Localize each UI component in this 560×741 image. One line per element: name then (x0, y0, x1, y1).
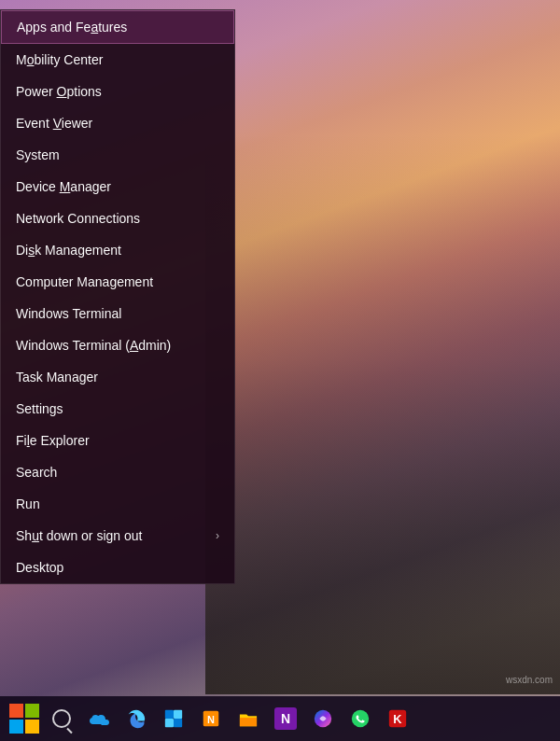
menu-item-run[interactable]: Run (1, 488, 234, 520)
menu-item-event-viewer[interactable]: Event Viewer (1, 107, 234, 139)
submenu-chevron-icon: › (216, 529, 219, 542)
whatsapp-icon (350, 708, 371, 729)
copilot-icon (313, 708, 333, 729)
menu-item-desktop[interactable]: Desktop (1, 552, 234, 583)
menu-item-system[interactable]: System (1, 139, 234, 171)
onedrive-icon (89, 711, 109, 726)
svg-point-7 (352, 710, 369, 727)
menu-item-label: Computer Management (16, 274, 153, 289)
watermark: wsxdn.com (506, 675, 553, 685)
taskbar-store-icon[interactable] (157, 702, 190, 735)
taskbar-edge-icon[interactable] (119, 702, 153, 735)
menu-item-label: Windows Terminal (16, 306, 121, 321)
menu-item-device-manager[interactable]: Device Manager (1, 171, 234, 203)
menu-item-windows-terminal[interactable]: Windows Terminal (1, 298, 234, 329)
menu-item-label: Apps and Features (17, 20, 127, 35)
menu-item-shutdown-signout[interactable]: Shut down or sign out › (1, 520, 234, 552)
start-button[interactable] (7, 702, 41, 735)
menu-item-label: Task Manager (16, 370, 98, 384)
menu-item-mobility-center[interactable]: Mobility Center (1, 44, 234, 76)
taskbar-copilot-icon[interactable] (306, 702, 340, 735)
menu-item-label: Search (16, 465, 57, 480)
menu-item-computer-management[interactable]: Computer Management (1, 266, 234, 298)
menu-item-task-manager[interactable]: Task Manager (1, 361, 234, 393)
menu-item-label: Event Viewer (16, 116, 92, 131)
app-icon: K (387, 708, 408, 729)
context-menu: Apps and Features Mobility Center Power … (0, 9, 235, 584)
taskbar-unknown-app-icon[interactable]: K (381, 702, 414, 735)
taskbar-whatsapp-icon[interactable] (343, 702, 377, 735)
menu-item-label: Disk Management (16, 243, 121, 258)
taskbar-onedrive-icon[interactable] (82, 702, 116, 735)
taskbar-explorer-icon[interactable] (231, 702, 265, 735)
menu-item-label: File Explorer (16, 433, 90, 448)
windows-logo-icon (9, 704, 39, 734)
menu-item-search[interactable]: Search (1, 456, 234, 488)
edge-icon (126, 708, 147, 729)
taskbar-news-icon[interactable]: N (194, 702, 228, 735)
menu-item-label: Device Manager (16, 179, 111, 194)
menu-item-label: System (16, 147, 60, 162)
menu-item-label: Windows Terminal (Admin) (16, 338, 171, 353)
svg-rect-0 (165, 710, 174, 719)
taskbar-onenote-icon[interactable]: N (269, 702, 302, 735)
file-explorer-icon (238, 709, 259, 728)
svg-rect-1 (174, 710, 182, 719)
svg-text:K: K (393, 712, 402, 726)
menu-item-settings[interactable]: Settings (1, 393, 234, 425)
onenote-icon: N (274, 707, 297, 730)
menu-item-label: Network Connections (16, 211, 140, 226)
menu-item-network-connections[interactable]: Network Connections (1, 203, 234, 234)
menu-item-label: Mobility Center (16, 52, 103, 67)
search-icon (52, 709, 71, 728)
svg-text:N: N (207, 714, 215, 725)
menu-item-disk-management[interactable]: Disk Management (1, 234, 234, 266)
news-icon: N (201, 708, 221, 729)
taskbar-search-button[interactable] (45, 702, 78, 735)
menu-item-label: Run (16, 496, 40, 511)
menu-item-windows-terminal-admin[interactable]: Windows Terminal (Admin) (1, 329, 234, 361)
landscape-overlay (205, 134, 560, 694)
menu-item-label: Power Options (16, 84, 102, 99)
menu-item-label: Shut down or sign out (16, 528, 142, 543)
taskbar: N N (0, 696, 560, 741)
svg-rect-2 (165, 719, 174, 727)
menu-item-file-explorer[interactable]: File Explorer (1, 425, 234, 456)
menu-item-apps-features[interactable]: Apps and Features (1, 10, 234, 44)
menu-item-label: Desktop (16, 560, 63, 575)
store-icon (163, 708, 184, 729)
svg-rect-3 (174, 719, 182, 727)
menu-item-label: Settings (16, 401, 63, 416)
menu-item-power-options[interactable]: Power Options (1, 76, 234, 107)
